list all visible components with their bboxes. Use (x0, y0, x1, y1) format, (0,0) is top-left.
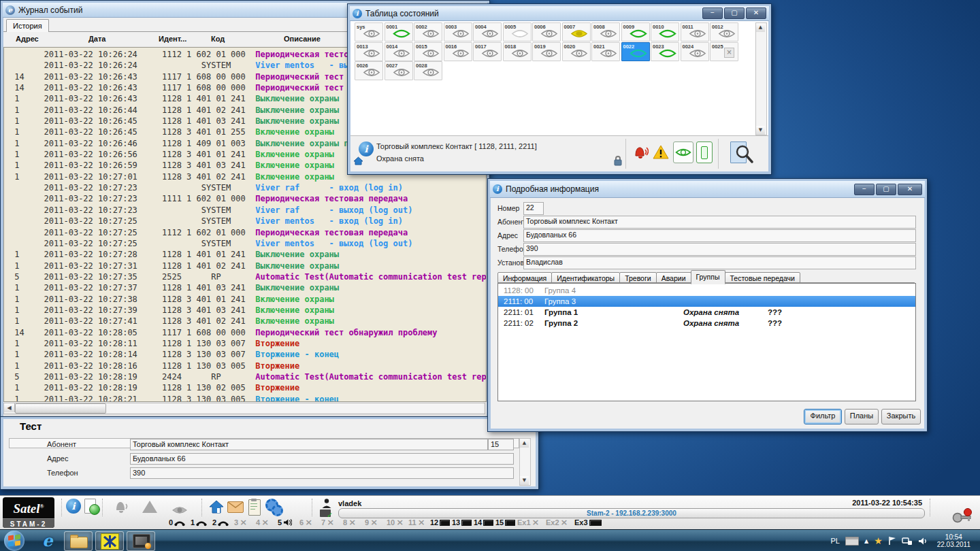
status-cell-0027[interactable]: 0027 (385, 61, 413, 80)
taskbar-satel-button[interactable] (95, 531, 124, 551)
tray-clock[interactable]: 10:54 22.03.2011 (933, 532, 975, 550)
status-cell-0015[interactable]: 0015 (414, 42, 442, 61)
hscroll-thumb[interactable] (15, 403, 106, 414)
status-cell-0009[interactable]: 0009 (621, 22, 650, 41)
taskbar-ie-button[interactable]: e (34, 531, 61, 550)
status-cell-0008[interactable]: 0008 (591, 22, 620, 41)
subscriber-field[interactable]: Торговый комплекс Контакт (523, 216, 916, 229)
event-row[interactable]: 1 2011-03-22 10:27:39 1128 3 401 03 241 … (4, 305, 486, 316)
keyboard-icon[interactable] (845, 537, 859, 546)
status-cell-0005[interactable]: 0005 (503, 22, 532, 41)
tab-history[interactable]: История (6, 19, 49, 32)
group-row[interactable]: 2211: 01Группа 1Охрана снята??? (498, 307, 915, 318)
event-row[interactable]: 1 2011-03-22 10:27:31 1128 1 401 02 241 … (4, 261, 486, 271)
event-row[interactable]: 2011-03-22 10:27:23 1111 1 602 01 000 Пе… (4, 193, 486, 204)
status-cell-sys[interactable]: sys (355, 22, 383, 41)
event-row[interactable]: 1 2011-03-22 10:27:28 1128 1 401 01 241 … (4, 249, 486, 260)
col-description[interactable]: Описание (284, 35, 321, 43)
mail-button[interactable] (227, 499, 244, 515)
star-icon[interactable]: ★ (874, 535, 883, 546)
test-phone-field[interactable]: 390 (130, 467, 514, 479)
scroll-up-arrow-icon[interactable]: ▲ (520, 439, 529, 448)
group-row[interactable]: 2111: 00Группа 3 (498, 296, 915, 307)
event-row[interactable]: 2011-03-22 10:27:23 SYSTEM Viver raf - в… (4, 182, 486, 193)
status-cell-0004[interactable]: 0004 (473, 22, 502, 41)
log-search-button[interactable] (729, 140, 753, 167)
event-row[interactable]: 1 2011-03-22 10:27:38 1128 3 401 01 241 … (4, 294, 486, 305)
minimize-button[interactable]: − (854, 184, 875, 195)
maximize-button[interactable]: ▢ (724, 7, 745, 19)
network-icon[interactable] (902, 537, 913, 546)
event-row[interactable]: 1 2011-03-22 10:28:16 1128 1 130 03 005 … (4, 361, 486, 371)
event-row[interactable]: 5 2011-03-22 10:27:35 2525 RP Automatic … (4, 271, 486, 282)
event-row[interactable]: 1 2011-03-22 10:28:21 1128 3 130 03 005 … (4, 394, 486, 402)
event-row[interactable]: 5 2011-03-22 10:28:19 2424 RP Automatic … (4, 371, 486, 382)
plans-button[interactable]: Планы (845, 409, 879, 424)
status-cell-0011[interactable]: 0011 (681, 22, 709, 41)
status-cell-0026[interactable]: 0026 (355, 61, 383, 80)
status-vscrollbar[interactable]: ▲ ▼ (755, 22, 767, 135)
settings-button[interactable] (265, 499, 282, 515)
number-field[interactable]: 22 (523, 202, 544, 215)
status-cell-0003[interactable]: 0003 (444, 22, 472, 41)
status-cell-0020[interactable]: 0020 (562, 42, 591, 61)
detail-titlebar[interactable]: i Подробная информация − ▢ ✕ (490, 181, 925, 198)
speaker-icon[interactable] (918, 537, 928, 546)
line-indicator-0[interactable]: 0 (169, 518, 191, 527)
col-date[interactable]: Дата (88, 35, 105, 43)
event-row[interactable]: 2011-03-22 10:27:25 1112 1 602 01 000 Пе… (4, 227, 486, 238)
close-window-button[interactable]: Закрыть (881, 409, 921, 424)
event-row[interactable]: 14 2011-03-22 10:28:05 1117 1 608 00 000… (4, 327, 486, 338)
eye-icon-disabled[interactable] (172, 502, 188, 518)
event-row[interactable]: 1 2011-03-22 10:27:41 1128 3 401 02 241 … (4, 316, 486, 327)
line-indicator-4[interactable]: 4× (256, 518, 278, 527)
test-subscriber-field[interactable]: Торговый комплекс Контакт (130, 439, 488, 450)
info-button[interactable]: i (66, 499, 82, 515)
event-row[interactable]: 2011-03-22 10:27:23 SYSTEM Viver raf - в… (4, 205, 486, 216)
status-cell-0018[interactable]: 0018 (503, 42, 532, 61)
report-button[interactable] (83, 499, 99, 515)
col-code[interactable]: Код (211, 35, 225, 43)
status-cell-0002[interactable]: 0002 (414, 22, 442, 41)
status-cell-0017[interactable]: 0017 (473, 42, 502, 61)
event-row[interactable]: 1 2011-03-22 10:28:11 1128 1 130 03 007 … (4, 338, 486, 349)
status-cell-0028[interactable]: 0028 (414, 61, 442, 80)
status-cell-0023[interactable]: 0023 (651, 42, 679, 61)
group-row[interactable]: 1128: 00Группа 4 (498, 285, 915, 296)
status-cell-0021[interactable]: 0021 (591, 42, 620, 61)
status-cell-0010[interactable]: 0010 (651, 22, 679, 41)
event-log-hscrollbar[interactable]: ◀ (3, 403, 485, 414)
line-indicator-9[interactable]: 9× (365, 518, 387, 527)
event-row[interactable]: 1 2011-03-22 10:27:37 1128 1 401 03 241 … (4, 282, 486, 293)
partition-state-button[interactable] (696, 141, 713, 163)
status-cell-0019[interactable]: 0019 (532, 42, 561, 61)
event-row[interactable]: 1 2011-03-22 10:28:14 1128 3 130 03 007 … (4, 349, 486, 360)
status-cell-0024[interactable]: 0024 (681, 42, 709, 61)
house-button[interactable] (208, 499, 225, 515)
status-cell-0001[interactable]: 0001 (385, 22, 413, 41)
close-button[interactable]: ✕ (746, 7, 766, 19)
scroll-down-arrow-icon[interactable]: ▼ (756, 126, 765, 135)
eye-state-button[interactable] (673, 141, 693, 163)
phone-field[interactable]: 390 (523, 243, 916, 256)
col-address[interactable]: Адрес (16, 35, 39, 43)
address-field[interactable]: Будовланых 66 (523, 229, 916, 242)
status-cell-0012[interactable]: 0012 (710, 22, 738, 41)
warning-icon-disabled[interactable] (142, 499, 158, 515)
status-cell-0022[interactable]: 0022 (621, 42, 650, 61)
line-indicator-2[interactable]: 2 (212, 518, 234, 527)
line-indicator-Ex1[interactable]: Ex1× (517, 518, 546, 527)
bell-icon-disabled[interactable] (113, 499, 129, 515)
test-vscrollbar[interactable]: ▲ ▼ (519, 438, 531, 486)
status-cell-0016[interactable]: 0016 (444, 42, 472, 61)
status-cell-0025[interactable]: 0025× (710, 42, 738, 61)
filter-button[interactable]: Фильтр (804, 409, 842, 424)
col-ident[interactable]: Идент... (159, 35, 186, 43)
status-cell-0014[interactable]: 0014 (385, 42, 413, 61)
hidden-icons-arrow[interactable]: ▲ (864, 538, 868, 544)
status-cell-0013[interactable]: 0013 (355, 42, 383, 61)
line-indicator-8[interactable]: 8× (343, 518, 365, 527)
line-indicator-3[interactable]: 3× (234, 518, 256, 527)
test-number-field[interactable]: 15 (488, 439, 514, 450)
line-indicator-Ex2[interactable]: Ex2× (546, 518, 574, 527)
